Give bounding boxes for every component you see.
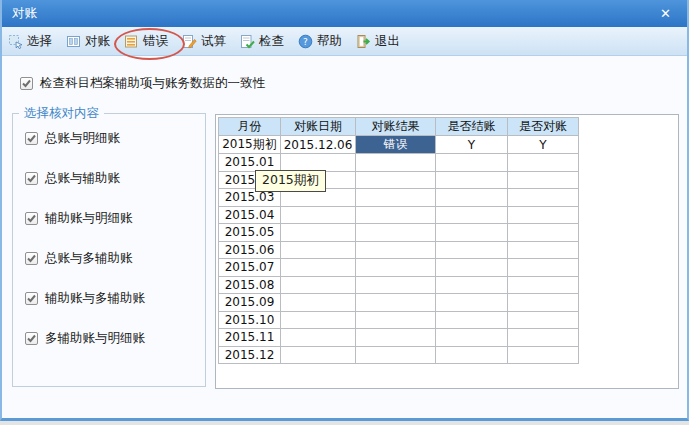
checkbox[interactable]: [25, 132, 38, 145]
table-cell[interactable]: [508, 224, 579, 242]
check-item-2[interactable]: 辅助账与明细账: [25, 210, 133, 227]
table-cell[interactable]: [281, 311, 356, 329]
toolbar-button-select[interactable]: 选择: [8, 33, 58, 50]
table-cell[interactable]: [436, 329, 508, 347]
table-cell[interactable]: [356, 276, 436, 294]
table-cell[interactable]: [356, 206, 436, 224]
table-cell[interactable]: [508, 241, 579, 259]
table-cell[interactable]: [356, 224, 436, 242]
table-cell[interactable]: [436, 171, 508, 189]
table-cell[interactable]: [281, 276, 356, 294]
table-cell[interactable]: [508, 329, 579, 347]
toolbar-button-exit[interactable]: 退出: [356, 33, 406, 50]
check-item-1[interactable]: 总账与辅助账: [25, 170, 120, 187]
table-cell[interactable]: 2015.11: [219, 329, 281, 347]
checkbox[interactable]: [20, 77, 33, 90]
table-cell[interactable]: [281, 329, 356, 347]
table-cell[interactable]: [436, 224, 508, 242]
table-cell[interactable]: [281, 259, 356, 277]
table-cell[interactable]: [508, 311, 579, 329]
table-cell[interactable]: [508, 189, 579, 207]
window-title: 对账: [12, 5, 654, 22]
check-item-3[interactable]: 总账与多辅助账: [25, 250, 133, 267]
table-cell[interactable]: 2015期初: [219, 136, 281, 154]
table-cell[interactable]: 2015.01: [219, 154, 281, 172]
table-cell[interactable]: [436, 259, 508, 277]
checkbox[interactable]: [25, 292, 38, 305]
reconciliation-dialog: 对账 ✕ 选择对账错误试算检查?帮助退出 检查科目档案辅助项与账务数据的一致性 …: [0, 0, 689, 425]
table-cell[interactable]: 2015.06: [219, 241, 281, 259]
table-cell[interactable]: 2015.12.06: [281, 136, 356, 154]
toolbar-button-help[interactable]: ?帮助: [298, 33, 348, 50]
checkbox[interactable]: [25, 252, 38, 265]
table-cell[interactable]: [281, 154, 356, 172]
toolbar-button-label: 退出: [375, 33, 400, 50]
consistency-check-option[interactable]: 检查科目档案辅助项与账务数据的一致性: [20, 75, 265, 92]
table-cell[interactable]: [356, 171, 436, 189]
table-cell[interactable]: [356, 241, 436, 259]
checkbox[interactable]: [25, 212, 38, 225]
table-cell[interactable]: [508, 171, 579, 189]
table-cell[interactable]: [508, 276, 579, 294]
table-cell[interactable]: [281, 346, 356, 364]
table-cell[interactable]: [436, 241, 508, 259]
table-cell[interactable]: [281, 294, 356, 312]
toolbar-button-label: 对账: [85, 33, 110, 50]
table-header-row: 月份对账日期对账结果是否结账是否对账: [219, 118, 579, 136]
table-cell[interactable]: 2015.05: [219, 224, 281, 242]
table-cell[interactable]: Y: [436, 136, 508, 154]
table-cell[interactable]: [356, 346, 436, 364]
cell-tooltip: 2015期初: [255, 170, 326, 192]
checkbox[interactable]: [25, 172, 38, 185]
table-cell[interactable]: [356, 294, 436, 312]
table-cell[interactable]: [436, 276, 508, 294]
close-icon[interactable]: ✕: [654, 0, 677, 27]
toolbar-button-inspect[interactable]: 检查: [240, 33, 290, 50]
table-cell[interactable]: [508, 206, 579, 224]
reconcile-table: 月份对账日期对账结果是否结账是否对账2015期初2015.12.06错误YY20…: [218, 117, 579, 364]
table-cell[interactable]: [356, 329, 436, 347]
error-list-icon: [124, 34, 139, 49]
table-cell[interactable]: 2015.04: [219, 206, 281, 224]
toolbar-button-reconcile[interactable]: 对账: [66, 33, 116, 50]
table-cell[interactable]: [436, 189, 508, 207]
checkbox[interactable]: [25, 332, 38, 345]
table-row: 2015.11: [219, 329, 579, 347]
toolbar-button-error[interactable]: 错误: [124, 33, 174, 50]
table-cell[interactable]: [508, 294, 579, 312]
table-cell[interactable]: [356, 154, 436, 172]
check-item-4[interactable]: 辅助账与多辅助账: [25, 290, 145, 307]
table-cell[interactable]: [436, 346, 508, 364]
table-cell[interactable]: [281, 206, 356, 224]
table-cell[interactable]: 错误: [356, 136, 436, 154]
table-cell[interactable]: [436, 206, 508, 224]
table-cell[interactable]: [356, 311, 436, 329]
toolbar-button-trial[interactable]: 试算: [182, 33, 232, 50]
table-cell[interactable]: [281, 241, 356, 259]
table-cell[interactable]: [356, 259, 436, 277]
column-header: 对账日期: [281, 118, 356, 136]
table-cell[interactable]: Y: [508, 136, 579, 154]
table-cell[interactable]: [281, 224, 356, 242]
check-item-5[interactable]: 多辅助账与明细账: [25, 330, 145, 347]
table-cell[interactable]: [436, 294, 508, 312]
column-header: 对账结果: [356, 118, 436, 136]
table-cell[interactable]: [436, 154, 508, 172]
title-bar[interactable]: 对账 ✕: [2, 0, 687, 27]
table-cell[interactable]: 2015.09: [219, 294, 281, 312]
table-cell[interactable]: 2015.08: [219, 276, 281, 294]
table-row: 2015.09: [219, 294, 579, 312]
table-cell[interactable]: [508, 154, 579, 172]
table-cell[interactable]: [356, 189, 436, 207]
table-cell[interactable]: 2015.12: [219, 346, 281, 364]
reconcile-table-panel: 月份对账日期对账结果是否结账是否对账2015期初2015.12.06错误YY20…: [215, 114, 679, 389]
table-cell[interactable]: 2015.10: [219, 311, 281, 329]
check-item-0[interactable]: 总账与明细账: [25, 130, 120, 147]
table-cell[interactable]: [508, 259, 579, 277]
table-cell[interactable]: 2015.07: [219, 259, 281, 277]
column-header: 是否对账: [508, 118, 579, 136]
table-cell[interactable]: [508, 346, 579, 364]
table-cell[interactable]: [436, 311, 508, 329]
trial-calc-icon: [182, 34, 197, 49]
toolbar: 选择对账错误试算检查?帮助退出: [2, 27, 687, 56]
